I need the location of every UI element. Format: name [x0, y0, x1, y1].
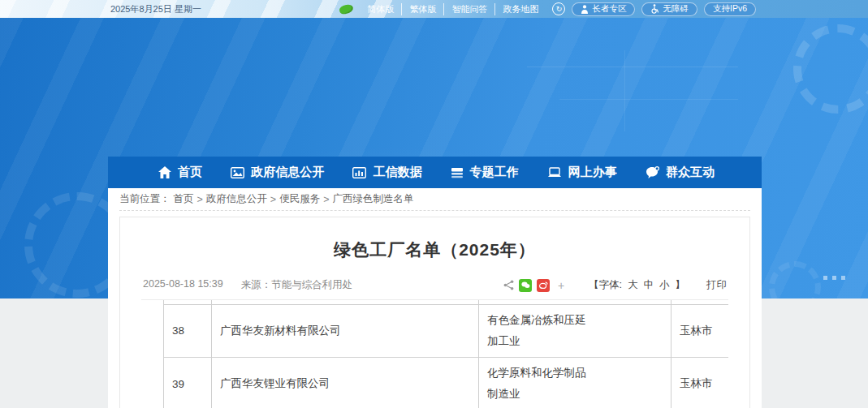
green-factory-table: 38 广西华友新材料有限公司 有色金属冶炼和压延 加工业 玉林市 39 广西华友… — [163, 300, 728, 408]
accessibility-label: 无障碍 — [663, 3, 689, 15]
picture-icon — [231, 167, 244, 178]
nav-online-services[interactable]: 网上办事 — [547, 165, 617, 180]
article-meta-row: 2025-08-18 15:39 来源：节能与综合利用处 + 【字体: 大 — [141, 273, 728, 300]
nav-industry-data[interactable]: 工信数据 — [352, 165, 421, 180]
person-icon — [581, 5, 589, 14]
nav-public-interaction-label: 群众互动 — [666, 165, 715, 180]
publish-datetime: 2025-08-18 15:39 — [143, 278, 223, 292]
nav-gov-info[interactable]: 政府信息公开 — [231, 165, 324, 180]
home-icon — [158, 166, 171, 178]
font-size-large[interactable]: 大 — [628, 278, 638, 292]
main-nav: 首页 政府信息公开 工信数据 专题工作 网上办事 群众互动 — [108, 157, 762, 188]
content-panel: 当前位置： 首页 > 政府信息公开 > 便民服务 > 广西绿色制造名单 绿色工厂… — [108, 188, 762, 408]
guangxi-map-icon — [339, 3, 354, 14]
read-aloud-icon[interactable]: ↻ — [552, 2, 565, 15]
ipv6-badge[interactable]: 支持IPv6 — [704, 2, 756, 16]
nav-home[interactable]: 首页 — [158, 165, 202, 180]
breadcrumb-separator: > — [323, 194, 329, 205]
dots-decoration — [823, 276, 845, 280]
accessibility-button[interactable]: 无障碍 — [641, 2, 697, 16]
data-chart-icon — [352, 167, 366, 178]
top-utility-bar: 2025年8月25日 星期一 简体版 繁体版 智能问答 政务地图 ↻ 长者专区 … — [0, 0, 868, 18]
breadcrumb-current-page[interactable]: 广西绿色制造名单 — [332, 192, 413, 206]
company-cell: 广西华友锂业有限公司 — [212, 358, 479, 408]
breadcrumb-separator: > — [197, 194, 203, 205]
breadcrumb-gov-info[interactable]: 政府信息公开 — [206, 192, 267, 206]
nav-special-topics[interactable]: 专题工作 — [451, 165, 519, 180]
row-number-cell: 39 — [164, 358, 212, 408]
nav-online-services-label: 网上办事 — [568, 165, 617, 180]
breadcrumb: 当前位置： 首页 > 政府信息公开 > 便民服务 > 广西绿色制造名单 — [119, 188, 750, 211]
wheelchair-icon — [650, 4, 659, 14]
link-smart-qa[interactable]: 智能问答 — [444, 3, 495, 15]
current-date: 2025年8月25日 星期一 — [110, 3, 201, 15]
font-size-control: 【字体: 大 中 小 】 — [589, 278, 685, 292]
breadcrumb-convenient-services[interactable]: 便民服务 — [279, 192, 320, 206]
nav-public-interaction[interactable]: 群众互动 — [646, 165, 715, 180]
city-cell: 玉林市 — [672, 358, 729, 408]
link-simplified-chinese[interactable]: 简体版 — [360, 3, 402, 15]
link-traditional-chinese[interactable]: 繁体版 — [402, 3, 444, 15]
table-row: 38 广西华友新材料有限公司 有色金属冶炼和压延 加工业 玉林市 — [164, 304, 729, 358]
font-size-suffix: 】 — [676, 278, 686, 292]
article-source: 来源：节能与综合利用处 — [241, 278, 353, 292]
industry-cell: 有色金属冶炼和压延 加工业 — [479, 304, 672, 358]
font-size-small[interactable]: 小 — [659, 278, 670, 292]
circuit-decoration — [527, 50, 771, 148]
share-toolbar: + — [503, 279, 568, 292]
breadcrumb-home[interactable]: 首页 — [174, 192, 194, 206]
nav-special-topics-label: 专题工作 — [470, 165, 519, 180]
table-row: 39 广西华友锂业有限公司 化学原料和化学制品 制造业 玉林市 — [164, 358, 729, 408]
font-size-medium[interactable]: 中 — [644, 278, 654, 292]
wechat-share-icon[interactable] — [519, 279, 532, 292]
green-factory-table-wrap: 38 广西华友新材料有限公司 有色金属冶炼和压延 加工业 玉林市 39 广西华友… — [141, 300, 728, 408]
nav-home-label: 首页 — [178, 165, 202, 180]
more-share-icon[interactable]: + — [555, 279, 568, 292]
elderly-zone-button[interactable]: 长者专区 — [572, 2, 635, 16]
nav-gov-info-label: 政府信息公开 — [251, 165, 324, 180]
nav-industry-data-label: 工信数据 — [373, 165, 421, 180]
print-button[interactable]: 打印 — [706, 278, 727, 292]
breadcrumb-prefix: 当前位置： — [119, 192, 171, 206]
stacked-cards-icon — [451, 167, 464, 178]
font-size-prefix: 【字体: — [589, 278, 622, 292]
weibo-share-icon[interactable] — [537, 279, 550, 292]
laptop-icon — [547, 167, 562, 178]
ipv6-label: 支持IPv6 — [713, 3, 747, 15]
link-gov-map[interactable]: 政务地图 — [495, 3, 546, 15]
row-number-cell: 38 — [164, 304, 212, 358]
article-container: 绿色工厂名单（2025年） 2025-08-18 15:39 来源：节能与综合利… — [119, 217, 750, 408]
share-icon[interactable] — [503, 280, 514, 290]
city-cell: 玉林市 — [672, 304, 729, 358]
industry-cell: 化学原料和化学制品 制造业 — [479, 358, 672, 408]
company-cell: 广西华友新材料有限公司 — [212, 304, 479, 358]
article-title: 绿色工厂名单（2025年） — [141, 217, 728, 273]
elderly-zone-label: 长者专区 — [592, 3, 626, 15]
chat-bubble-icon — [646, 166, 659, 178]
breadcrumb-separator: > — [270, 194, 276, 205]
